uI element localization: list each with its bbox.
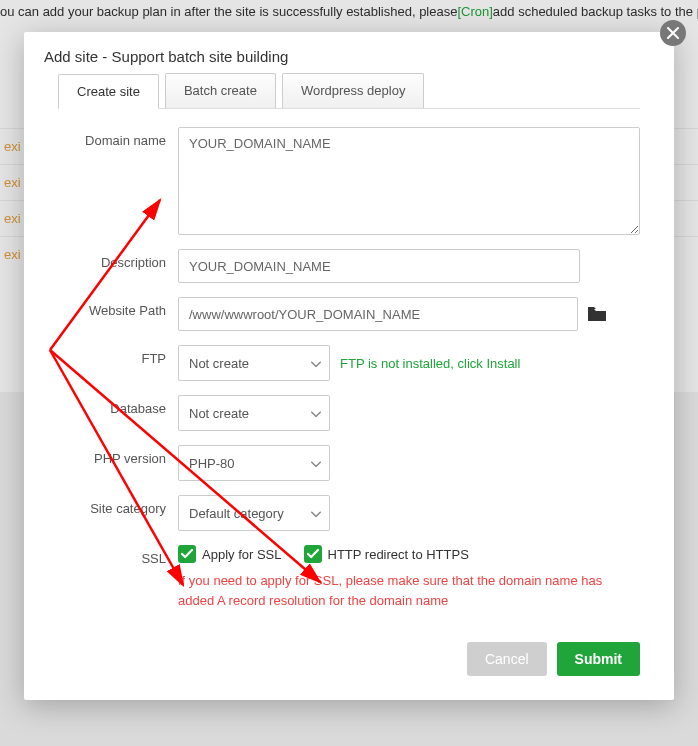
label-domain: Domain name [58, 127, 178, 148]
close-icon [667, 27, 679, 39]
ssl-warning-text: If you need to apply for SSL, please mak… [178, 571, 640, 610]
database-select-value: Not create [189, 406, 249, 421]
ftp-install-link[interactable]: FTP is not installed, click Install [340, 356, 520, 371]
category-select[interactable]: Default category [178, 495, 330, 531]
tab-create-site[interactable]: Create site [58, 74, 159, 109]
label-description: Description [58, 249, 178, 270]
cancel-button[interactable]: Cancel [467, 642, 547, 676]
path-input[interactable] [178, 297, 578, 331]
row-domain: Domain name YOUR_DOMAIN_NAME [58, 127, 640, 235]
tab-batch-create[interactable]: Batch create [165, 73, 276, 108]
redirect-https-checkbox[interactable] [304, 545, 322, 563]
category-select-value: Default category [189, 506, 284, 521]
row-php: PHP version PHP-80 [58, 445, 640, 481]
label-path: Website Path [58, 297, 178, 318]
chevron-down-icon [311, 356, 321, 371]
dialog-body: Create site Batch create Wordpress deplo… [24, 73, 674, 642]
row-ftp: FTP Not create FTP is not installed, cli… [58, 345, 640, 381]
label-category: Site category [58, 495, 178, 516]
chevron-down-icon [311, 456, 321, 471]
apply-ssl-checkbox[interactable] [178, 545, 196, 563]
redirect-https-label: HTTP redirect to HTTPS [328, 547, 469, 562]
close-button[interactable] [660, 20, 686, 46]
tab-wordpress-deploy[interactable]: Wordpress deploy [282, 73, 425, 108]
page-root: ou can add your backup plan in after the… [0, 0, 698, 746]
row-description: Description [58, 249, 640, 283]
label-ftp: FTP [58, 345, 178, 366]
dialog-actions: Cancel Submit [24, 642, 674, 700]
chevron-down-icon [311, 506, 321, 521]
folder-icon[interactable] [588, 307, 606, 321]
database-select[interactable]: Not create [178, 395, 330, 431]
domain-input[interactable]: YOUR_DOMAIN_NAME [178, 127, 640, 235]
row-ssl: SSL Apply for SSL H [58, 545, 640, 610]
chevron-down-icon [311, 406, 321, 421]
submit-button[interactable]: Submit [557, 642, 640, 676]
dialog-title: Add site - Support batch site building [24, 32, 674, 73]
tab-bar: Create site Batch create Wordpress deplo… [58, 73, 640, 109]
ftp-select-value: Not create [189, 356, 249, 371]
ftp-select[interactable]: Not create [178, 345, 330, 381]
check-icon [181, 549, 193, 559]
row-category: Site category Default category [58, 495, 640, 531]
label-php: PHP version [58, 445, 178, 466]
description-input[interactable] [178, 249, 580, 283]
add-site-dialog: Add site - Support batch site building C… [24, 32, 674, 700]
php-select-value: PHP-80 [189, 456, 235, 471]
apply-ssl-label: Apply for SSL [202, 547, 282, 562]
row-path: Website Path [58, 297, 640, 331]
label-ssl: SSL [58, 545, 178, 566]
label-database: Database [58, 395, 178, 416]
php-select[interactable]: PHP-80 [178, 445, 330, 481]
check-icon [307, 549, 319, 559]
row-database: Database Not create [58, 395, 640, 431]
